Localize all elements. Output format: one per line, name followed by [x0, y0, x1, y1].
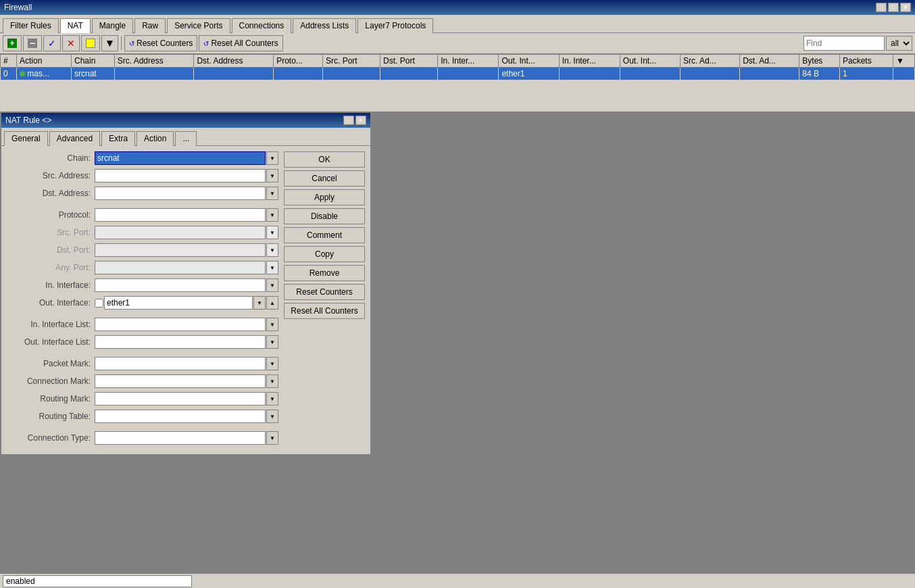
tab-layer7-protocols[interactable]: Layer7 Protocols	[357, 18, 433, 33]
close-button[interactable]: ✕	[900, 3, 911, 12]
copy-button[interactable]: Copy	[284, 246, 365, 262]
dst-port-input[interactable]	[95, 243, 266, 257]
tab-mangle[interactable]: Mangle	[92, 18, 133, 33]
dialog-restore-button[interactable]: □	[343, 116, 354, 125]
maximize-button[interactable]: □	[888, 3, 899, 12]
reset-counters-icon: ↺	[129, 40, 134, 47]
status-dot	[20, 71, 25, 76]
dialog-tab-action[interactable]: Action	[137, 131, 174, 146]
dialog-tab-general[interactable]: General	[4, 131, 48, 146]
col-packets: Packets	[839, 55, 893, 68]
routing-mark-dropdown-btn[interactable]: ▼	[266, 392, 278, 406]
packet-mark-dropdown-btn[interactable]: ▼	[266, 357, 278, 370]
dst-port-dropdown-btn[interactable]: ▼	[266, 243, 278, 257]
dialog-tab-bar: General Advanced Extra Action ...	[1, 128, 370, 146]
dialog-close-button[interactable]: ✕	[355, 116, 366, 125]
col-dst-ad: Dst. Ad...	[740, 55, 799, 68]
tab-service-ports[interactable]: Service Ports	[167, 18, 230, 33]
in-interface-dropdown-btn[interactable]: ▼	[266, 278, 278, 292]
in-interface-list-dropdown-btn[interactable]: ▼	[266, 318, 278, 331]
disable-button[interactable]: Disable	[284, 208, 365, 224]
src-port-dropdown-btn[interactable]: ▼	[266, 226, 278, 239]
out-interface-up-btn[interactable]: ▲	[266, 296, 278, 310]
in-interface-list-row: In. Interface List: ▼	[7, 318, 278, 331]
tab-connections[interactable]: Connections	[232, 18, 292, 33]
move-button[interactable]	[81, 35, 100, 51]
reset-all-counters-dialog-button[interactable]: Reset All Counters	[284, 303, 365, 319]
tab-raw[interactable]: Raw	[134, 18, 166, 33]
dialog-tab-advanced[interactable]: Advanced	[49, 131, 100, 146]
chain-dropdown-btn[interactable]: ▼	[266, 151, 278, 165]
col-expand[interactable]: ▼	[893, 55, 914, 68]
connection-type-dropdown-btn[interactable]: ▼	[266, 431, 278, 445]
routing-mark-input[interactable]	[95, 392, 266, 406]
enable-button[interactable]: ✓	[43, 35, 61, 51]
add-button[interactable]: +	[3, 35, 22, 51]
out-interface-list-dropdown-btn[interactable]: ▼	[266, 335, 278, 349]
dialog-title-text: NAT Rule <>	[5, 116, 51, 125]
tab-filter-rules[interactable]: Filter Rules	[3, 18, 59, 33]
out-interface-input[interactable]	[104, 296, 253, 310]
connection-mark-input[interactable]	[95, 374, 266, 388]
in-interface-label: In. Interface:	[7, 280, 95, 290]
in-interface-list-input[interactable]	[95, 318, 266, 331]
any-port-input[interactable]	[95, 261, 266, 274]
packet-mark-row: Packet Mark: ▼	[7, 357, 278, 370]
out-interface-negate-checkbox[interactable]	[95, 299, 103, 308]
cell-src-address	[114, 68, 194, 80]
delete-button[interactable]: −	[23, 35, 42, 51]
col-out-int: Out. Int...	[499, 55, 559, 68]
title-bar: Firewall _ □ ✕	[0, 0, 915, 15]
comment-button[interactable]: Comment	[284, 227, 365, 243]
nat-rules-table: # Action Chain Src. Address Dst. Address…	[0, 54, 915, 80]
find-scope-select[interactable]: all	[886, 36, 912, 51]
dst-address-input[interactable]	[95, 187, 266, 200]
src-port-row: Src. Port: ▼	[7, 226, 278, 239]
in-interface-input[interactable]	[95, 278, 266, 292]
status-text: enabled	[3, 575, 192, 587]
src-port-label: Src. Port:	[7, 228, 95, 237]
src-address-dropdown-btn[interactable]: ▼	[266, 169, 278, 182]
reset-counters-dialog-button[interactable]: Reset Counters	[284, 284, 365, 300]
chain-input[interactable]	[95, 151, 266, 165]
reset-counters-button[interactable]: ↺ Reset Counters	[124, 35, 197, 51]
table-row[interactable]: 0 mas... srcnat ether1 84 B 1	[1, 68, 915, 80]
disable-button[interactable]: ✕	[62, 35, 80, 51]
packet-mark-input[interactable]	[95, 357, 266, 370]
dialog-tab-more[interactable]: ...	[175, 131, 197, 146]
dst-address-dropdown-btn[interactable]: ▼	[266, 187, 278, 200]
cell-out-int2	[620, 68, 680, 80]
src-address-row: Src. Address: ▼	[7, 169, 278, 182]
main-table-container: # Action Chain Src. Address Dst. Address…	[0, 54, 915, 80]
cell-dst-ad	[740, 68, 799, 80]
any-port-dropdown-btn[interactable]: ▼	[266, 261, 278, 274]
src-address-label: Src. Address:	[7, 171, 95, 180]
out-interface-dropdown-btn[interactable]: ▼	[253, 296, 266, 310]
cancel-button[interactable]: Cancel	[284, 170, 365, 187]
check-icon: ✓	[48, 38, 56, 49]
remove-button[interactable]: Remove	[284, 265, 365, 281]
col-dst-port: Dst. Port	[380, 55, 438, 68]
minimize-button[interactable]: _	[876, 3, 887, 12]
tab-nat[interactable]: NAT	[60, 18, 91, 33]
dialog-tab-extra[interactable]: Extra	[101, 131, 135, 146]
find-input[interactable]	[803, 36, 885, 51]
apply-button[interactable]: Apply	[284, 189, 365, 205]
routing-table-input-group: ▼	[95, 410, 278, 423]
connection-type-input[interactable]	[95, 431, 266, 445]
filter-button[interactable]: ⯆	[101, 35, 118, 51]
protocol-dropdown-btn[interactable]: ▼	[266, 208, 278, 222]
connection-mark-dropdown-btn[interactable]: ▼	[266, 374, 278, 388]
protocol-input[interactable]	[95, 208, 266, 222]
routing-table-dropdown-btn[interactable]: ▼	[266, 410, 278, 423]
src-address-input[interactable]	[95, 169, 266, 182]
reset-all-counters-button[interactable]: ↺ Reset All Counters	[199, 35, 282, 51]
routing-table-input[interactable]	[95, 410, 266, 423]
tab-address-lists[interactable]: Address Lists	[293, 18, 356, 33]
out-interface-list-input[interactable]	[95, 335, 266, 349]
dst-port-row: Dst. Port: ▼	[7, 243, 278, 257]
src-port-input[interactable]	[95, 226, 266, 239]
dialog-title-bar: NAT Rule <> □ ✕	[1, 113, 370, 128]
ok-button[interactable]: OK	[284, 151, 365, 168]
col-src-address: Src. Address	[114, 55, 194, 68]
